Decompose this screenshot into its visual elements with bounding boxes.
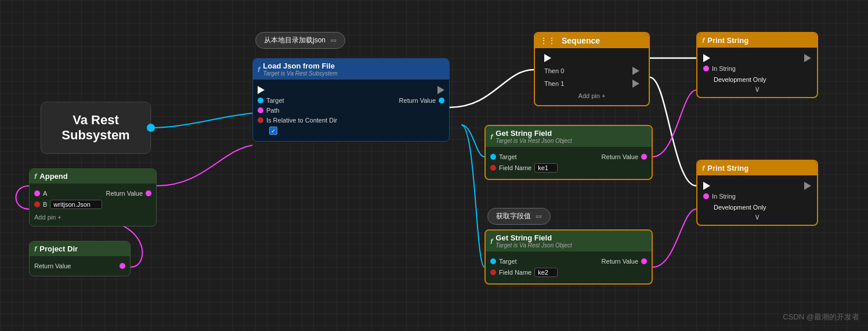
btn-loadjson-label: 从本地目录加载json bbox=[264, 36, 326, 44]
append-add-pin[interactable]: Add pin + bbox=[34, 212, 151, 222]
load-json-path-label: Path bbox=[266, 107, 280, 114]
print2-in-string-label: In String bbox=[712, 193, 736, 200]
get-string2-target-left: Target bbox=[490, 258, 517, 265]
project-dir-body: Return Value bbox=[30, 256, 130, 276]
get-string2-header: f Get String Field Target is Va Rest Jso… bbox=[486, 231, 652, 251]
append-pin-b-dot bbox=[34, 202, 40, 207]
load-json-body: Target Return Value Path Is Relative to … bbox=[253, 80, 449, 141]
get-string2-return-right: Return Value bbox=[602, 258, 647, 265]
get-string2-target-label: Target bbox=[499, 258, 517, 265]
append-pin-b-input[interactable] bbox=[50, 200, 102, 209]
print1-dev-only: Development Only bbox=[703, 75, 811, 84]
get-string1-subtitle: Target is Va Rest Json Object bbox=[496, 138, 572, 144]
get-string1-target-row: Target Return Value bbox=[490, 153, 647, 160]
append-pin-b-row: B bbox=[34, 200, 151, 209]
get-string1-field-label: Field Name bbox=[499, 164, 531, 171]
print1-exec-row bbox=[703, 54, 811, 62]
sequence-body: Then 0 Then 1 Add pin + bbox=[535, 48, 649, 105]
append-header: f Append bbox=[30, 169, 156, 184]
print1-in-string-row: In String bbox=[703, 65, 811, 72]
load-json-return-right: Return Value bbox=[399, 97, 444, 104]
project-dir-title: Project Dir bbox=[39, 244, 78, 253]
print2-in-string-dot bbox=[703, 193, 709, 199]
append-pin-a-left: A bbox=[34, 190, 47, 197]
get-string1-target-label: Target bbox=[499, 153, 517, 160]
load-json-target-left: Target bbox=[258, 97, 284, 104]
print1-exec-out bbox=[804, 54, 811, 62]
print2-dev-only: Development Only bbox=[703, 203, 811, 212]
load-json-return-dot bbox=[439, 98, 444, 103]
get-string1-field-dot bbox=[490, 165, 496, 171]
sequence-then1-row: Then 1 bbox=[540, 77, 644, 90]
print1-in-string-label: In String bbox=[712, 65, 736, 72]
print2-chevron[interactable]: ∨ bbox=[703, 212, 811, 221]
print2-func-icon: f bbox=[702, 164, 704, 172]
get-string2-body: Target Return Value Field Name bbox=[486, 251, 652, 283]
get-string1-target-left: Target bbox=[490, 153, 517, 160]
get-string2-subtitle: Target is Va Rest Json Object bbox=[496, 242, 572, 249]
sequence-then0-row: Then 0 bbox=[540, 64, 644, 77]
load-json-path-left: Path bbox=[258, 107, 280, 114]
project-dir-node: f Project Dir Return Value bbox=[29, 241, 131, 276]
print2-exec-in bbox=[703, 182, 710, 190]
print1-chevron[interactable]: ∨ bbox=[703, 84, 811, 93]
get-string1-field-input[interactable] bbox=[534, 163, 558, 172]
sequence-header: ⋮⋮ Sequence bbox=[535, 33, 649, 48]
append-func-icon: f bbox=[34, 172, 37, 181]
get-string1-field-left: Field Name bbox=[490, 163, 558, 172]
get-string2-return-dot bbox=[641, 258, 647, 264]
get-string1-target-dot bbox=[490, 154, 496, 160]
load-json-return-label: Return Value bbox=[399, 97, 436, 104]
get-string2-return-label: Return Value bbox=[602, 258, 638, 265]
get-string2-func-icon: f bbox=[490, 237, 493, 246]
btn-getfield-label: 获取字段值 bbox=[496, 212, 531, 220]
load-json-relative-row: Is Relative to Content Dir bbox=[258, 117, 444, 124]
project-dir-return-row: Return Value bbox=[34, 262, 125, 269]
print1-header: f Print String bbox=[697, 33, 817, 48]
project-dir-return-label: Return Value bbox=[34, 262, 71, 269]
get-string2-target-row: Target Return Value bbox=[490, 258, 647, 265]
print1-func-icon: f bbox=[702, 36, 704, 45]
get-string1-body: Target Return Value Field Name bbox=[486, 147, 652, 179]
load-json-title: Load Json from File bbox=[263, 62, 337, 70]
load-json-func-icon: f bbox=[258, 65, 260, 74]
append-node: f Append A Return Value B Add pin + bbox=[29, 168, 157, 226]
print1-in-string-dot bbox=[703, 66, 709, 71]
load-json-checkbox[interactable] bbox=[269, 127, 277, 135]
print2-header-title: Print String bbox=[707, 164, 748, 172]
get-string2-target-dot bbox=[490, 258, 496, 264]
load-json-exec-row bbox=[258, 86, 444, 94]
load-json-relative-label: Is Relative to Content Dir bbox=[266, 117, 337, 124]
get-string2-field-dot bbox=[490, 269, 496, 275]
get-string2-field-input[interactable] bbox=[534, 268, 558, 277]
print1-exec-in bbox=[703, 54, 710, 62]
btn-loadjson[interactable]: 从本地目录加载json ≡≡ bbox=[255, 32, 345, 49]
print-string-1-node: f Print String In String Development Onl… bbox=[696, 32, 818, 98]
append-pin-b-left: B bbox=[34, 200, 102, 209]
va-rest-output-pin bbox=[147, 124, 155, 132]
print2-exec-row bbox=[703, 182, 811, 190]
append-pin-a-label: A bbox=[43, 190, 47, 197]
load-json-relative-left: Is Relative to Content Dir bbox=[258, 117, 337, 124]
btn-getfield[interactable]: 获取字段值 ≡≡ bbox=[487, 208, 551, 225]
get-string1-title: Get String Field bbox=[496, 129, 572, 138]
append-pin-return-dot bbox=[146, 190, 151, 196]
get-string1-return-label: Return Value bbox=[602, 153, 638, 160]
load-json-exec-in bbox=[258, 86, 265, 94]
print2-in-string-left: In String bbox=[703, 193, 736, 200]
load-json-path-row: Path bbox=[258, 107, 444, 114]
sequence-node: ⋮⋮ Sequence Then 0 Then 1 Add pin + bbox=[534, 32, 650, 106]
load-json-relative-dot bbox=[258, 117, 263, 123]
sequence-then0-label: Then 0 bbox=[544, 67, 564, 74]
project-dir-func-icon: f bbox=[34, 244, 37, 253]
get-string1-func-icon: f bbox=[490, 132, 493, 141]
get-string2-field-label: Field Name bbox=[499, 269, 531, 276]
print1-in-string-left: In String bbox=[703, 65, 736, 72]
get-string-field-2-node: f Get String Field Target is Va Rest Jso… bbox=[484, 229, 653, 285]
get-string1-return-right: Return Value bbox=[602, 153, 647, 160]
va-rest-title: Va Rest Subsystem bbox=[62, 113, 129, 143]
load-json-header: f Load Json from File Target is Va Rest … bbox=[253, 59, 449, 80]
sequence-add-pin[interactable]: Add pin + bbox=[540, 90, 644, 102]
project-dir-return-dot bbox=[120, 263, 125, 269]
get-string2-field-row: Field Name bbox=[490, 268, 647, 277]
